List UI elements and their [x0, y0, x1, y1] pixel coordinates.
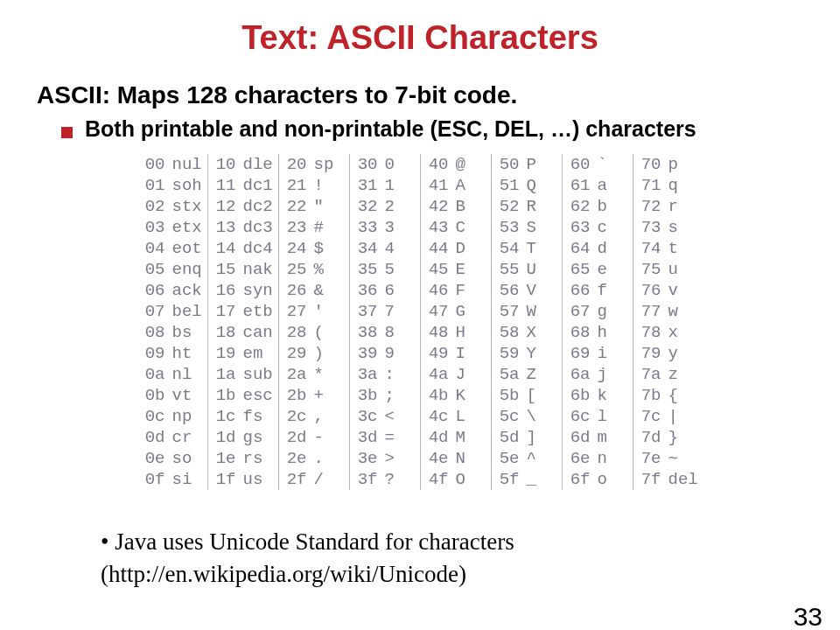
- hex-cell: 60: [562, 154, 594, 175]
- char-cell: @: [452, 154, 492, 175]
- hex-cell: 23: [278, 217, 311, 238]
- hex-cell: 34: [349, 238, 382, 259]
- hex-cell: 7a: [633, 364, 665, 385]
- hex-cell: 4a: [420, 364, 452, 385]
- char-cell: p: [665, 154, 704, 175]
- slide-title: Text: ASCII Characters: [0, 19, 840, 57]
- hex-cell: 66: [562, 280, 594, 301]
- char-cell: b: [594, 196, 634, 217]
- char-cell: 4: [382, 238, 421, 259]
- char-cell: r: [665, 196, 704, 217]
- hex-cell: 30: [349, 154, 382, 175]
- hex-cell: 71: [633, 175, 665, 196]
- hex-cell: 44: [420, 238, 452, 259]
- char-cell: ]: [523, 427, 563, 448]
- hex-cell: 48: [420, 322, 452, 343]
- hex-cell: 2b: [278, 385, 311, 406]
- hex-cell: 59: [491, 343, 523, 364]
- char-cell: del: [665, 469, 704, 490]
- hex-cell: 54: [491, 238, 523, 259]
- char-cell: esc: [240, 385, 279, 406]
- char-cell: f: [594, 280, 634, 301]
- hex-cell: 4f: [420, 469, 452, 490]
- char-cell: v: [665, 280, 704, 301]
- hex-cell: 37: [349, 301, 382, 322]
- char-cell: Z: [523, 364, 563, 385]
- hex-cell: 2a: [278, 364, 311, 385]
- table-row: 01soh11dc121!31141A51Q61a71q: [137, 175, 704, 196]
- char-cell: S: [523, 217, 563, 238]
- char-cell: em: [240, 343, 279, 364]
- hex-cell: 5d: [491, 427, 523, 448]
- char-cell: ht: [169, 343, 208, 364]
- char-cell: I: [452, 343, 492, 364]
- ascii-table-wrap: 00nul10dle20sp30040@50P60`70p01soh11dc12…: [0, 154, 840, 490]
- char-cell: \: [523, 406, 563, 427]
- char-cell: k: [594, 385, 634, 406]
- char-cell: =: [382, 427, 421, 448]
- char-cell: W: [523, 301, 563, 322]
- char-cell: eot: [169, 238, 208, 259]
- hex-cell: 58: [491, 322, 523, 343]
- char-cell: bs: [169, 322, 208, 343]
- char-cell: -: [311, 427, 350, 448]
- hex-cell: 2c: [278, 406, 311, 427]
- char-cell: :: [382, 364, 421, 385]
- hex-cell: 38: [349, 322, 382, 343]
- footnote-line1: • Java uses Unicode Standard for charact…: [101, 526, 514, 557]
- char-cell: L: [452, 406, 492, 427]
- char-cell: ?: [382, 469, 421, 490]
- hex-cell: 02: [137, 196, 169, 217]
- char-cell: i: [594, 343, 634, 364]
- hex-cell: 3b: [349, 385, 382, 406]
- table-row: 05enq15nak25%35545E55U65e75u: [137, 259, 704, 280]
- hex-cell: 57: [491, 301, 523, 322]
- char-cell: <: [382, 406, 421, 427]
- char-cell: &: [311, 280, 350, 301]
- char-cell: ~: [665, 448, 704, 469]
- char-cell: e: [594, 259, 634, 280]
- char-cell: nak: [240, 259, 279, 280]
- hex-cell: 1e: [207, 448, 240, 469]
- char-cell: V: [523, 280, 563, 301]
- hex-cell: 28: [278, 322, 311, 343]
- hex-cell: 7e: [633, 448, 665, 469]
- char-cell: t: [665, 238, 704, 259]
- char-cell: ": [311, 196, 350, 217]
- char-cell: ,: [311, 406, 350, 427]
- char-cell: Y: [523, 343, 563, 364]
- char-cell: J: [452, 364, 492, 385]
- hex-cell: 06: [137, 280, 169, 301]
- table-row: 02stx12dc222"32242B52R62b72r: [137, 196, 704, 217]
- hex-cell: 51: [491, 175, 523, 196]
- page-number: 33: [794, 602, 822, 630]
- hex-cell: 6e: [562, 448, 594, 469]
- ascii-table: 00nul10dle20sp30040@50P60`70p01soh11dc12…: [137, 154, 704, 490]
- char-cell: [: [523, 385, 563, 406]
- char-cell: o: [594, 469, 634, 490]
- table-row: 0fsi1fus2f/3f?4fO5f_6fo7fdel: [137, 469, 704, 490]
- hex-cell: 2e: [278, 448, 311, 469]
- char-cell: enq: [169, 259, 208, 280]
- hex-cell: 31: [349, 175, 382, 196]
- hex-cell: 5f: [491, 469, 523, 490]
- hex-cell: 1c: [207, 406, 240, 427]
- char-cell: T: [523, 238, 563, 259]
- hex-cell: 7f: [633, 469, 665, 490]
- table-row: 0bvt1besc2b+3b;4bK5b[6bk7b{: [137, 385, 704, 406]
- char-cell: cr: [169, 427, 208, 448]
- hex-cell: 62: [562, 196, 594, 217]
- char-cell: X: [523, 322, 563, 343]
- table-row: 06ack16syn26&36646F56V66f76v: [137, 280, 704, 301]
- hex-cell: 4e: [420, 448, 452, 469]
- footnote: • Java uses Unicode Standard for charact…: [101, 526, 514, 590]
- char-cell: M: [452, 427, 492, 448]
- table-row: 0eso1ers2e.3e>4eN5e^6en7e~: [137, 448, 704, 469]
- hex-cell: 78: [633, 322, 665, 343]
- footnote-line2: (http://en.wikipedia.org/wiki/Unicode): [101, 558, 514, 590]
- char-cell: ^: [523, 448, 563, 469]
- char-cell: B: [452, 196, 492, 217]
- subtitle-line: ASCII: Maps 128 characters to 7-bit code…: [37, 81, 840, 109]
- char-cell: |: [665, 406, 704, 427]
- char-cell: ;: [382, 385, 421, 406]
